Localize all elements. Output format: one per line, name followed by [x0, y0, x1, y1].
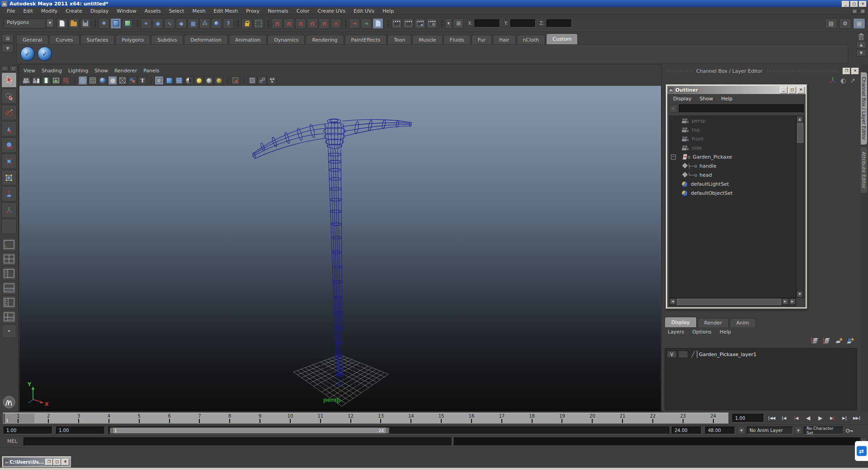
render-current-frame-icon[interactable]	[403, 18, 414, 29]
outliner-item-top[interactable]: top	[670, 125, 796, 134]
bounding-box-icon[interactable]	[118, 76, 127, 85]
menu-modify[interactable]: Modify	[37, 8, 61, 14]
menu-create[interactable]: Create	[61, 8, 86, 14]
chevron-down-icon[interactable]: ▼	[445, 18, 452, 29]
scroll-up-icon[interactable]: ▲	[797, 116, 803, 122]
menu-display[interactable]: Display	[86, 8, 113, 14]
select-hierarchy-mode-icon[interactable]: ❖	[99, 18, 109, 29]
exposure-icon[interactable]	[268, 76, 277, 85]
remote-control-badge[interactable]: ⇄	[855, 441, 868, 461]
layer-menu-help[interactable]: Help	[716, 329, 735, 335]
menu-file[interactable]: File	[3, 8, 19, 14]
paint-selection-tool[interactable]	[1, 105, 17, 120]
x-input[interactable]	[475, 19, 500, 28]
flat-shade-all-icon[interactable]	[108, 76, 117, 85]
time-ruler[interactable]: 1 12345678910111213141516171819202122232…	[3, 413, 729, 424]
layer-visibility-toggle[interactable]: V	[667, 351, 677, 358]
use-default-material-icon[interactable]	[155, 76, 164, 85]
highlight-selection-icon[interactable]	[253, 18, 264, 29]
separator-collapse-icon[interactable]: ┋	[342, 19, 348, 28]
four-pane-layout-button[interactable]	[2, 252, 16, 266]
go-to-playback-end-button[interactable]: ▶▶|	[851, 413, 862, 423]
wireframe-icon[interactable]	[78, 76, 87, 85]
panel-menu-view[interactable]: View	[22, 68, 40, 74]
move-tool[interactable]	[1, 121, 17, 136]
snap-to-grids-icon[interactable]: ∩	[272, 18, 283, 29]
close-icon[interactable]: ✕	[797, 87, 805, 94]
transform-grid-icon[interactable]: ⊞	[453, 18, 464, 29]
scroll-left-icon[interactable]: ◀	[670, 298, 676, 305]
wireframe-on-shaded-icon[interactable]	[175, 76, 184, 85]
shelf-tab-deformation[interactable]: Deformation	[184, 35, 228, 44]
shelf-item-ball-1[interactable]: ✓	[20, 47, 35, 61]
separator-collapse-icon[interactable]: ┆	[224, 76, 230, 85]
select-handles-icon[interactable]: ＋	[141, 18, 151, 29]
panel-menu-panels[interactable]: Panels	[142, 68, 164, 74]
shelf-tab-fur[interactable]: Fur	[472, 35, 492, 44]
menu-set-dropdown[interactable]: Polygons ▼	[4, 19, 54, 28]
shelf-tab-polygons[interactable]: Polygons	[115, 35, 150, 44]
textured-channel-icon[interactable]: T	[138, 76, 147, 85]
restore-icon[interactable]: ❐	[45, 459, 53, 465]
separator[interactable]: ┋	[438, 19, 444, 28]
menu-assets[interactable]: Assets	[141, 8, 165, 14]
rotate-tool[interactable]	[1, 137, 17, 153]
snap-to-view-planes-icon[interactable]: ∩	[319, 18, 330, 29]
layer-new-layer-from-selected-icon[interactable]	[846, 337, 854, 346]
save-scene-icon[interactable]	[80, 18, 91, 29]
shelf-tab-toon[interactable]: Toon	[387, 35, 411, 44]
layer-row[interactable]: V ╱ Garden_Pickaxe_layer1	[665, 348, 857, 360]
garden-pickaxe-wireframe[interactable]	[252, 119, 412, 386]
show-manipulator-tool[interactable]	[1, 202, 17, 218]
panel-menu-show[interactable]: Show	[93, 68, 113, 74]
select-camera-icon[interactable]	[22, 76, 31, 85]
speed-icon[interactable]: ◐	[840, 77, 846, 84]
separator-collapse-icon[interactable]: ┋	[235, 19, 241, 28]
persp-graph-layout-button[interactable]	[2, 281, 16, 295]
close-button[interactable]: ×	[859, 1, 867, 7]
scroll-down-icon[interactable]: ▼	[797, 291, 803, 297]
animation-end-field[interactable]: 48.00	[705, 427, 735, 434]
shelf-tab-custom[interactable]: Custom	[546, 33, 578, 44]
shelf-tab-subdivs[interactable]: Subdivs	[151, 35, 183, 44]
layer-move-layer-down-icon[interactable]	[823, 337, 831, 346]
outliner-item-handle[interactable]: ├──o handle	[670, 161, 796, 170]
drag-handle[interactable]	[665, 69, 693, 73]
layer-new-empty-layer-icon[interactable]	[835, 337, 843, 346]
playback-range-bar[interactable]: 1 24	[110, 428, 389, 433]
scale-tool[interactable]	[1, 154, 17, 169]
panel-menu-lighting[interactable]: Lighting	[66, 68, 93, 74]
select-surfaces-icon[interactable]: ◆	[176, 18, 187, 29]
layout-menu-button[interactable]	[2, 324, 16, 338]
menu-window[interactable]: Window	[113, 8, 140, 14]
tab-attribute-editor[interactable]: Attribute Editor	[861, 147, 867, 193]
play-forwards-button[interactable]: ▶	[815, 413, 826, 423]
shelf-tab-rendering[interactable]: Rendering	[306, 35, 344, 44]
outliner-item-Garden_Pickaxe[interactable]: −o Garden_Pickaxe	[670, 152, 796, 161]
separator-collapse-icon[interactable]: ┋	[384, 19, 390, 28]
open-scene-icon[interactable]	[68, 18, 79, 29]
y-input[interactable]	[510, 19, 536, 28]
2d-pan-zoom-icon[interactable]	[61, 76, 71, 85]
select-rendering-icon[interactable]	[211, 18, 222, 29]
current-time-field[interactable]: 1.00	[732, 414, 764, 423]
layer-move-layer-up-icon[interactable]	[811, 337, 819, 346]
menu-create-uvs[interactable]: Create UVs	[314, 8, 349, 14]
outliner-title-bar[interactable]: Outliner _ □ ✕	[667, 86, 806, 94]
shelf-tab-dynamics[interactable]: Dynamics	[268, 35, 305, 44]
outliner-window[interactable]: Outliner _ □ ✕ DisplayShowHelp ⁘ perspto…	[665, 84, 807, 309]
graph-icon[interactable]: ↗	[850, 77, 855, 84]
outliner-item-label[interactable]: handle	[699, 163, 717, 169]
textured-icon[interactable]	[128, 76, 137, 85]
maximize-button[interactable]: □	[850, 1, 858, 7]
select-misc-icon[interactable]: ?	[223, 18, 234, 29]
shelf-scroll-up-icon[interactable]: ▲	[856, 41, 866, 48]
command-input[interactable]	[24, 437, 452, 446]
chevron-down-icon[interactable]: ▼	[795, 427, 802, 434]
layer-editor-tab-render[interactable]: Render	[698, 318, 729, 327]
outliner-item-label[interactable]: Garden_Pickaxe	[693, 154, 732, 160]
select-dynamics-icon[interactable]: ⁂	[199, 18, 210, 29]
separator-collapse-icon[interactable]: ┆	[148, 76, 154, 85]
command-line-label[interactable]: MEL	[7, 438, 18, 444]
no-lights-icon[interactable]	[204, 76, 213, 85]
